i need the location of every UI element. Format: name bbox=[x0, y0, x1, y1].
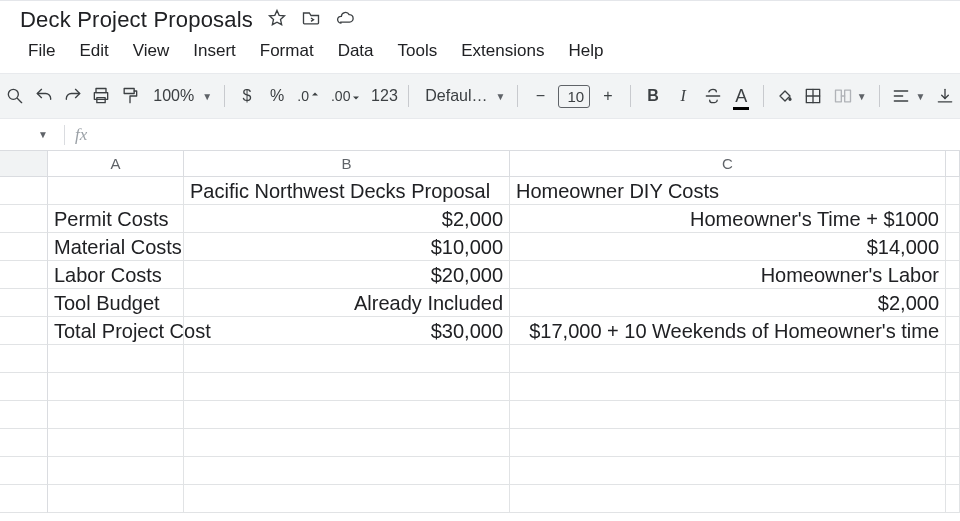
row-header[interactable]: 11 bbox=[0, 457, 48, 485]
format-percent-button[interactable]: % bbox=[265, 82, 289, 110]
row-header[interactable]: 2 bbox=[0, 205, 48, 233]
cell[interactable] bbox=[48, 401, 184, 429]
cell-d4[interactable] bbox=[946, 261, 960, 289]
cell-d2[interactable] bbox=[946, 205, 960, 233]
row-header[interactable]: 8 bbox=[0, 373, 48, 401]
menu-extensions[interactable]: Extensions bbox=[451, 37, 554, 65]
cell[interactable] bbox=[510, 373, 946, 401]
decrease-fontsize-button[interactable]: − bbox=[528, 82, 552, 110]
font-dropdown[interactable]: Defaul… ▼ bbox=[419, 85, 507, 107]
increase-decimal-button[interactable]: .00 bbox=[329, 82, 364, 110]
menu-file[interactable]: File bbox=[18, 37, 65, 65]
col-header-b[interactable]: B bbox=[184, 151, 510, 177]
row-header[interactable]: 5 bbox=[0, 289, 48, 317]
cell[interactable] bbox=[510, 457, 946, 485]
cell-d1[interactable] bbox=[946, 177, 960, 205]
col-header-a[interactable]: A bbox=[48, 151, 184, 177]
cell-b5[interactable]: Already Included bbox=[184, 289, 510, 317]
formula-input[interactable] bbox=[97, 119, 960, 150]
cell[interactable] bbox=[946, 345, 960, 373]
cell[interactable] bbox=[946, 429, 960, 457]
vertical-align-button[interactable] bbox=[933, 82, 956, 110]
cell-a1[interactable] bbox=[48, 177, 184, 205]
menu-insert[interactable]: Insert bbox=[183, 37, 246, 65]
cell-d6[interactable] bbox=[946, 317, 960, 345]
redo-button[interactable] bbox=[61, 82, 84, 110]
cell[interactable] bbox=[48, 373, 184, 401]
more-formats-button[interactable]: 123 bbox=[370, 82, 398, 110]
cell-b1[interactable]: Pacific Northwest Decks Proposal bbox=[184, 177, 510, 205]
cell[interactable] bbox=[184, 373, 510, 401]
cell-b2[interactable]: $2,000 bbox=[184, 205, 510, 233]
cell[interactable] bbox=[946, 401, 960, 429]
cell[interactable] bbox=[946, 485, 960, 513]
fill-color-button[interactable] bbox=[773, 82, 796, 110]
fontsize-input[interactable]: 10 bbox=[558, 85, 590, 108]
zoom-dropdown[interactable]: 100% ▼ bbox=[147, 85, 214, 107]
menu-help[interactable]: Help bbox=[558, 37, 613, 65]
search-icon[interactable] bbox=[4, 82, 27, 110]
row-header[interactable]: 12 bbox=[0, 485, 48, 513]
cell[interactable] bbox=[510, 345, 946, 373]
undo-button[interactable] bbox=[33, 82, 56, 110]
cell-a6[interactable]: Total Project Cost bbox=[48, 317, 184, 345]
row-header[interactable]: 1 bbox=[0, 177, 48, 205]
cell-c6[interactable]: $17,000 + 10 Weekends of Homeowner's tim… bbox=[510, 317, 946, 345]
row-header[interactable]: 10 bbox=[0, 429, 48, 457]
horizontal-align-button[interactable]: ▼ bbox=[889, 84, 927, 108]
borders-button[interactable] bbox=[802, 82, 825, 110]
italic-button[interactable]: I bbox=[671, 82, 695, 110]
cell-d5[interactable] bbox=[946, 289, 960, 317]
col-header-d[interactable] bbox=[946, 151, 960, 177]
doc-title[interactable]: Deck Project Proposals bbox=[20, 7, 253, 33]
cell-c3[interactable]: $14,000 bbox=[510, 233, 946, 261]
menu-format[interactable]: Format bbox=[250, 37, 324, 65]
move-icon[interactable] bbox=[301, 8, 321, 32]
cell-c2[interactable]: Homeowner's Time + $1000 bbox=[510, 205, 946, 233]
menu-data[interactable]: Data bbox=[328, 37, 384, 65]
merge-cells-button[interactable]: ▼ bbox=[831, 84, 869, 108]
menu-view[interactable]: View bbox=[123, 37, 180, 65]
cell-c5[interactable]: $2,000 bbox=[510, 289, 946, 317]
cell-b3[interactable]: $10,000 bbox=[184, 233, 510, 261]
row-header[interactable]: 7 bbox=[0, 345, 48, 373]
cell[interactable] bbox=[946, 457, 960, 485]
cell[interactable] bbox=[510, 429, 946, 457]
menu-tools[interactable]: Tools bbox=[388, 37, 448, 65]
print-button[interactable] bbox=[90, 82, 113, 110]
bold-button[interactable]: B bbox=[641, 82, 665, 110]
cell-b6[interactable]: $30,000 bbox=[184, 317, 510, 345]
row-header[interactable]: 9 bbox=[0, 401, 48, 429]
cell-a2[interactable]: Permit Costs bbox=[48, 205, 184, 233]
row-header[interactable]: 6 bbox=[0, 317, 48, 345]
cell[interactable] bbox=[510, 401, 946, 429]
text-color-button[interactable]: A bbox=[730, 82, 753, 110]
increase-fontsize-button[interactable]: + bbox=[596, 82, 620, 110]
cell[interactable] bbox=[48, 457, 184, 485]
name-box[interactable]: ▼ bbox=[4, 129, 54, 140]
spreadsheet-grid[interactable]: A B C 1 Pacific Northwest Decks Proposal… bbox=[0, 151, 960, 513]
cell-c1[interactable]: Homeowner DIY Costs bbox=[510, 177, 946, 205]
strikethrough-button[interactable] bbox=[701, 82, 724, 110]
select-all-corner[interactable] bbox=[0, 151, 48, 177]
cell[interactable] bbox=[48, 485, 184, 513]
star-icon[interactable] bbox=[267, 8, 287, 32]
cell-c4[interactable]: Homeowner's Labor bbox=[510, 261, 946, 289]
cell[interactable] bbox=[184, 345, 510, 373]
cell[interactable] bbox=[184, 429, 510, 457]
format-currency-button[interactable]: $ bbox=[235, 82, 259, 110]
col-header-c[interactable]: C bbox=[510, 151, 946, 177]
cell[interactable] bbox=[48, 429, 184, 457]
cell[interactable] bbox=[184, 401, 510, 429]
menu-edit[interactable]: Edit bbox=[69, 37, 118, 65]
cell[interactable] bbox=[184, 485, 510, 513]
cell[interactable] bbox=[510, 485, 946, 513]
paint-format-button[interactable] bbox=[119, 82, 142, 110]
cell-d3[interactable] bbox=[946, 233, 960, 261]
cell-a5[interactable]: Tool Budget bbox=[48, 289, 184, 317]
cell[interactable] bbox=[946, 373, 960, 401]
cloud-status-icon[interactable] bbox=[335, 8, 355, 32]
row-header[interactable]: 3 bbox=[0, 233, 48, 261]
cell[interactable] bbox=[184, 457, 510, 485]
row-header[interactable]: 4 bbox=[0, 261, 48, 289]
